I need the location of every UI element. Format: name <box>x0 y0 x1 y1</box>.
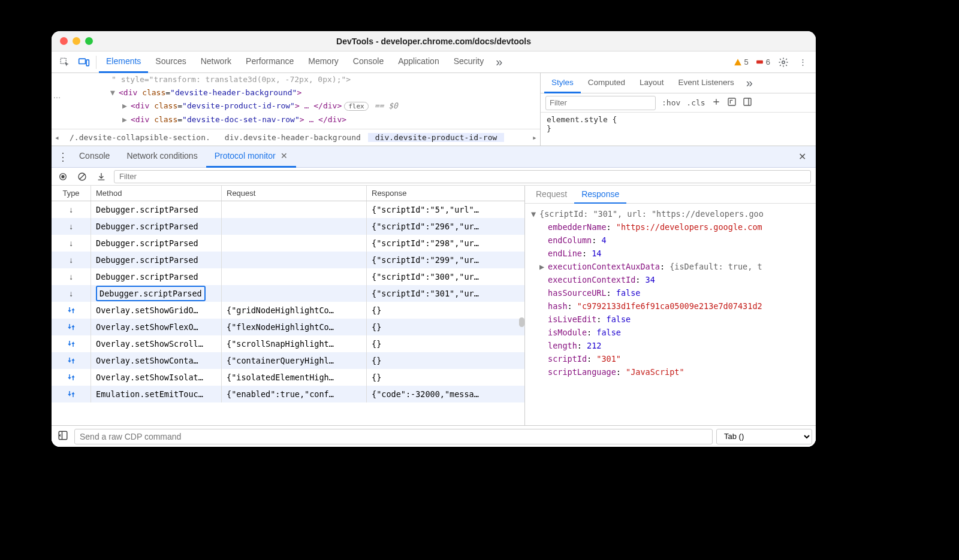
device-toolbar-icon[interactable] <box>74 53 94 72</box>
col-header-response[interactable]: Response <box>367 186 524 201</box>
drawer-tab-console[interactable]: Console <box>71 146 118 168</box>
table-row[interactable]: Overlay.setShowScroll…{"scrollSnapHighli… <box>52 335 524 352</box>
response-json-view[interactable]: ▼{scriptId: "301", url: "https://develop… <box>525 204 816 425</box>
cls-toggle[interactable]: .cls <box>686 98 705 107</box>
detail-tab-request[interactable]: Request <box>529 186 574 204</box>
detail-tab-response[interactable]: Response <box>574 186 626 204</box>
scrollbar-thumb[interactable] <box>519 317 524 327</box>
direction-icon <box>52 302 91 319</box>
response-cell: {} <box>367 369 524 386</box>
computed-styles-icon[interactable] <box>727 97 737 108</box>
breadcrumb-next-icon[interactable]: ▸ <box>529 133 540 142</box>
col-header-type[interactable]: Type <box>52 186 91 201</box>
minimize-window-button[interactable] <box>73 37 80 45</box>
table-row[interactable]: Overlay.setShowConta…{"containerQueryHig… <box>52 352 524 369</box>
breadcrumb-item[interactable]: /.devsite-collapsible-section. <box>62 133 218 142</box>
response-cell: {"scriptId":"300","ur… <box>367 268 524 285</box>
styles-body[interactable]: element.style { } <box>541 113 816 146</box>
toggle-editor-icon[interactable] <box>55 430 71 443</box>
drawer-tab-network-conditions[interactable]: Network conditions <box>118 146 206 168</box>
record-icon[interactable] <box>56 172 70 181</box>
tab-layout[interactable]: Layout <box>632 73 671 93</box>
elements-panel: " style="transform: translate3d(0px, -72… <box>52 73 816 146</box>
table-row[interactable]: ↓Debugger.scriptParsed{"scriptId":"5","u… <box>52 201 524 218</box>
styles-tabs-overflow[interactable]: » <box>741 76 758 90</box>
dom-node[interactable]: ▶<div class="devsite-doc-set-nav-row"> …… <box>52 113 540 126</box>
dom-overflow-indicator[interactable]: … <box>52 91 62 100</box>
warnings-indicator[interactable]: 5 <box>730 57 752 66</box>
protocol-rows[interactable]: ↓Debugger.scriptParsed{"scriptId":"5","u… <box>52 201 524 425</box>
cdp-command-input[interactable] <box>74 429 713 444</box>
tab-styles[interactable]: Styles <box>544 73 581 93</box>
target-select[interactable]: Tab () <box>716 429 812 444</box>
protocol-toolbar <box>52 168 816 186</box>
direction-icon <box>52 352 91 369</box>
table-row[interactable]: ↓Debugger.scriptParsed{"scriptId":"301",… <box>52 285 524 302</box>
tab-event-listeners[interactable]: Event Listeners <box>671 73 741 93</box>
tab-sources[interactable]: Sources <box>148 52 193 73</box>
breadcrumb-prev-icon[interactable]: ◂ <box>52 133 62 142</box>
tabs-overflow-button[interactable]: » <box>491 55 507 69</box>
close-tab-icon[interactable]: ✕ <box>281 151 288 161</box>
table-row[interactable]: Emulation.setEmitTouc…{"enabled":true,"c… <box>52 386 524 402</box>
tab-elements[interactable]: Elements <box>99 52 148 73</box>
dom-node[interactable]: ▼<div class="devsite-header-background"> <box>52 86 540 99</box>
table-row[interactable]: Overlay.setShowGridO…{"gridNodeHighlight… <box>52 302 524 319</box>
inspect-element-icon[interactable] <box>55 53 74 72</box>
method-cell: Overlay.setShowIsolat… <box>91 369 222 386</box>
protocol-filter-input[interactable] <box>114 170 811 183</box>
errors-indicator[interactable]: 6 <box>752 57 774 66</box>
svg-line-13 <box>80 174 85 179</box>
save-icon[interactable] <box>95 172 108 181</box>
tab-console[interactable]: Console <box>346 52 391 73</box>
new-style-rule-icon[interactable] <box>711 97 721 108</box>
direction-icon: ↓ <box>52 218 91 235</box>
dom-node[interactable]: ▶<div class="devsite-product-id-row"> … … <box>52 99 540 113</box>
col-header-request[interactable]: Request <box>222 186 367 201</box>
direction-icon <box>52 319 91 335</box>
dom-tree[interactable]: " style="transform: translate3d(0px, -72… <box>52 73 540 129</box>
drawer-tab-protocol-monitor[interactable]: Protocol monitor ✕ <box>206 146 296 168</box>
devtools-window: DevTools - developer.chrome.com/docs/dev… <box>52 31 816 447</box>
direction-icon: ↓ <box>52 201 91 218</box>
breadcrumb-item[interactable]: div.devsite-product-id-row <box>368 133 505 142</box>
table-row[interactable]: Overlay.setShowFlexO…{"flexNodeHighlight… <box>52 319 524 335</box>
method-cell: Debugger.scriptParsed <box>91 252 222 268</box>
tab-memory[interactable]: Memory <box>301 52 346 73</box>
direction-icon: ↓ <box>52 268 91 285</box>
breadcrumb-item[interactable]: div.devsite-header-background <box>218 133 368 142</box>
request-cell <box>222 285 367 302</box>
settings-icon[interactable] <box>774 53 793 72</box>
tab-network[interactable]: Network <box>194 52 239 73</box>
detail-tab-bar: Request Response <box>525 186 816 204</box>
method-cell: Overlay.setShowFlexO… <box>91 319 222 335</box>
hov-toggle[interactable]: :hov <box>662 98 680 107</box>
zoom-window-button[interactable] <box>85 37 93 45</box>
table-row[interactable]: Overlay.setShowIsolat…{"isolatedElementH… <box>52 369 524 386</box>
close-window-button[interactable] <box>60 37 68 45</box>
tab-computed[interactable]: Computed <box>581 73 632 93</box>
method-cell: Debugger.scriptParsed <box>91 235 222 252</box>
tab-application[interactable]: Application <box>391 52 447 73</box>
clear-icon[interactable] <box>76 172 89 181</box>
request-cell <box>222 218 367 235</box>
table-row[interactable]: ↓Debugger.scriptParsed{"scriptId":"296",… <box>52 218 524 235</box>
table-row[interactable]: ↓Debugger.scriptParsed{"scriptId":"300",… <box>52 268 524 285</box>
table-row[interactable]: ↓Debugger.scriptParsed{"scriptId":"299",… <box>52 252 524 268</box>
tab-security[interactable]: Security <box>447 52 491 73</box>
direction-icon <box>52 335 91 352</box>
col-header-method[interactable]: Method <box>91 186 222 201</box>
tab-performance[interactable]: Performance <box>239 52 301 73</box>
method-cell: Emulation.setEmitTouc… <box>91 386 222 402</box>
toggle-sidebar-icon[interactable] <box>743 97 752 108</box>
svg-rect-2 <box>86 59 89 65</box>
response-cell: {"scriptId":"5","url"… <box>367 201 524 218</box>
kebab-menu-icon[interactable]: ⋮ <box>793 53 812 72</box>
svg-point-11 <box>61 175 64 178</box>
table-row[interactable]: ↓Debugger.scriptParsed{"scriptId":"298",… <box>52 235 524 252</box>
close-drawer-icon[interactable]: ✕ <box>792 151 812 162</box>
response-cell: {"scriptId":"299","ur… <box>367 252 524 268</box>
dom-node[interactable]: " style="transform: translate3d(0px, -72… <box>52 73 540 86</box>
styles-filter-input[interactable] <box>545 96 656 110</box>
drawer-menu-icon[interactable]: ⋮ <box>55 150 71 164</box>
